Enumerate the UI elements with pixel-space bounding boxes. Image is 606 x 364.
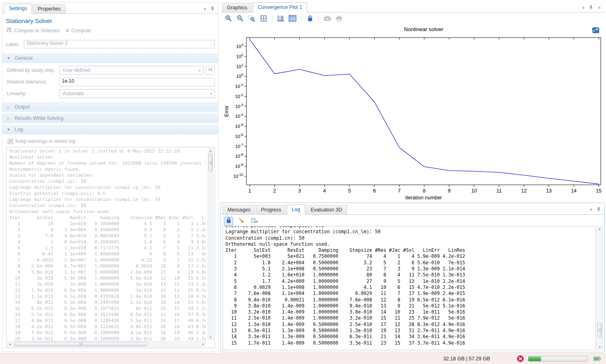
- tab-log[interactable]: Log: [287, 205, 305, 215]
- scrollbar-thumb[interactable]: [598, 322, 602, 338]
- svg-text:8: 8: [423, 188, 426, 194]
- svg-text:10-9: 10-9: [235, 163, 244, 169]
- tab-messages[interactable]: Messages: [223, 205, 255, 214]
- section-output[interactable]: ▷ Output: [2, 102, 218, 112]
- svg-text:10-4: 10-4: [235, 113, 244, 119]
- tab-graphics[interactable]: Graphics: [222, 3, 252, 12]
- zoom-box-icon[interactable]: [247, 15, 256, 23]
- svg-text:13: 13: [546, 188, 552, 194]
- log-output: Electric potential (comp1.psi): 0.5 Lagr…: [223, 226, 596, 350]
- section-general[interactable]: ▼ General: [2, 53, 218, 63]
- convergence-plot-canvas[interactable]: Nonlinear solver123456789101112131415Ite…: [224, 25, 604, 200]
- svg-text:3: 3: [298, 188, 301, 194]
- graphics-toolbar: [221, 13, 605, 23]
- tab-settings[interactable]: Settings: [4, 4, 32, 14]
- svg-text:11: 11: [497, 188, 502, 194]
- linearity-select[interactable]: Automatic ▾: [59, 89, 215, 98]
- scroll-up-icon[interactable]: ▲: [208, 149, 213, 153]
- grid-icon[interactable]: [288, 15, 297, 23]
- linearity-label: Linearity:: [7, 91, 59, 96]
- lock-icon[interactable]: [305, 15, 314, 23]
- scroll-down-icon[interactable]: ▼: [208, 336, 213, 339]
- chevron-down-icon[interactable]: ▾: [582, 6, 585, 10]
- close-icon[interactable]: ✕: [598, 6, 601, 10]
- log-toolbar: [221, 215, 604, 226]
- compute-button[interactable]: = Compute: [66, 27, 91, 34]
- plot-thumbnail-icon[interactable]: [592, 27, 600, 35]
- section-collapsed-icon: ▷: [2, 105, 15, 109]
- zoom-out-icon[interactable]: [236, 15, 244, 23]
- study-step-list-button[interactable]: [206, 66, 215, 75]
- chevron-down-icon[interactable]: ▾: [590, 207, 592, 212]
- tab-evaluation-3d[interactable]: Evaluation 3D: [306, 205, 347, 214]
- defined-by-value: User defined: [63, 67, 90, 73]
- svg-text:10: 10: [471, 188, 477, 194]
- svg-text:10-8: 10-8: [235, 153, 244, 159]
- svg-text:2: 2: [273, 188, 276, 194]
- scroll-up-icon[interactable]: ▲: [597, 227, 602, 231]
- tab-properties[interactable]: Properties: [33, 4, 65, 13]
- print-icon[interactable]: [335, 15, 343, 23]
- compute-icon: =: [66, 27, 69, 34]
- zoom-in-icon[interactable]: [224, 15, 233, 23]
- settings-panel: Settings Properties ▾ Stationary Solver …: [2, 2, 219, 351]
- log-output-scrollbar[interactable]: ▲ ▼: [597, 226, 603, 350]
- relative-tolerance-label: Relative tolerance:: [7, 79, 59, 85]
- compute-to-selected-icon: [6, 27, 12, 34]
- section-results-while-solving[interactable]: ▷ Results While Solving: [2, 113, 218, 123]
- section-log[interactable]: ▼ Log: [2, 125, 218, 134]
- defined-by-label: Defined by study step:: [7, 67, 59, 73]
- svg-text:102: 102: [236, 53, 243, 59]
- page-title: Stationary Solver: [6, 17, 218, 24]
- progress-fill: [528, 356, 541, 361]
- compute-to-selected-label: Compute to Selected: [14, 28, 59, 33]
- compute-to-selected-button[interactable]: Compute to Selected: [6, 27, 59, 34]
- cancel-icon[interactable]: [517, 355, 524, 364]
- export-icon: [251, 218, 258, 225]
- chevron-down-icon: ▾: [199, 68, 201, 73]
- y-log-axis-icon[interactable]: [276, 15, 285, 23]
- clear-log-button[interactable]: [237, 217, 246, 226]
- information-tabbar: Messages Progress Log Evaluation 3D ▾: [221, 203, 604, 215]
- scroll-down-icon[interactable]: ▼: [597, 345, 602, 349]
- section-collapsed-icon: ▷: [2, 116, 15, 121]
- section-output-title: Output: [15, 104, 30, 110]
- keep-warnings-checkbox[interactable]: ✓: [8, 139, 13, 144]
- scrollbar-thumb[interactable]: [14, 342, 147, 346]
- pin-icon[interactable]: [597, 207, 601, 213]
- memory-usage: 32.18 GB | 57.29 GB: [443, 356, 490, 362]
- section-expanded-icon: ▼: [2, 128, 15, 132]
- chevron-down-icon: ▾: [210, 92, 212, 96]
- label-field-caption: Label:: [6, 42, 24, 47]
- scroll-right-icon[interactable]: ▶: [202, 343, 204, 346]
- follow-log-lock-button[interactable]: [224, 217, 233, 226]
- label-field[interactable]: Stationary Solver 2: [24, 40, 215, 48]
- log-horizontal-scrollbar[interactable]: ◀ ▶: [7, 341, 206, 347]
- pin-icon[interactable]: [210, 6, 215, 12]
- svg-text:10-1: 10-1: [235, 83, 244, 89]
- svg-text:10-5: 10-5: [235, 123, 244, 129]
- svg-text:Nonlinear solver: Nonlinear solver: [404, 26, 444, 32]
- compute-label: Compute: [71, 28, 91, 33]
- svg-text:101: 101: [236, 63, 243, 69]
- svg-text:14: 14: [571, 188, 577, 194]
- export-log-button[interactable]: [250, 217, 259, 226]
- relative-tolerance-input[interactable]: 1e-10: [59, 78, 215, 86]
- scrollbar-thumb[interactable]: [208, 153, 213, 172]
- pin-icon[interactable]: [589, 5, 593, 11]
- image-snapshot-icon[interactable]: [323, 15, 332, 23]
- section-general-title: General: [15, 55, 32, 61]
- log-vertical-scrollbar[interactable]: ▲ ▼: [208, 148, 213, 340]
- defined-by-study-step-select[interactable]: User defined ▾: [59, 66, 204, 75]
- zoom-extents-icon[interactable]: [259, 15, 268, 23]
- broom-icon: [238, 217, 245, 225]
- chevron-down-icon[interactable]: ▾: [204, 7, 206, 11]
- lock-icon: [226, 217, 231, 225]
- tab-convergence-plot-1[interactable]: Convergence Plot 1: [253, 2, 307, 13]
- graphics-panel: Graphics Convergence Plot 1 ▾ ✕: [221, 1, 605, 201]
- svg-text:Error: Error: [224, 106, 229, 117]
- svg-text:15: 15: [596, 188, 602, 194]
- tab-progress[interactable]: Progress: [256, 205, 286, 214]
- scroll-left-icon[interactable]: ◀: [9, 343, 11, 346]
- information-panel: Messages Progress Log Evaluation 3D ▾: [221, 203, 605, 352]
